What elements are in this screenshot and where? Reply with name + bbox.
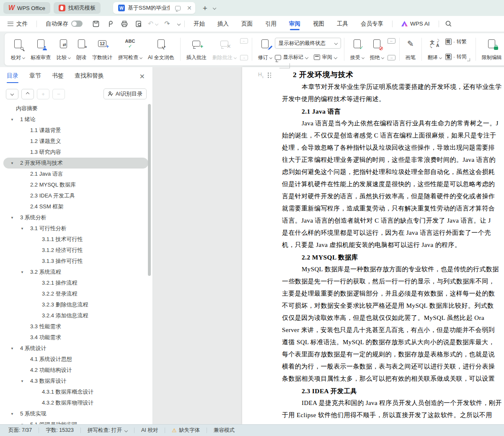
toc-item[interactable]: ▼ 2.3 IDEA 开发工具 — [3, 190, 148, 201]
missing-font-indicator[interactable]: ⚠缺失字体 — [165, 427, 207, 434]
toc-item[interactable]: ▼ 5.1 管理员功能实现 — [3, 419, 148, 424]
track-changes-button[interactable]: 修订 — [255, 35, 275, 63]
file-menu[interactable]: 文件 — [5, 16, 30, 31]
toc-arrow-icon[interactable]: ▼ — [21, 379, 24, 383]
toc-arrow-icon[interactable]: ▼ — [21, 270, 24, 274]
standard-review-button[interactable]: 标准审查 — [28, 35, 54, 63]
toc-item[interactable]: ▼ 1.3 研究内容 — [3, 147, 148, 158]
toc-item[interactable]: ▼ 3.2.2 登录流程 — [3, 288, 148, 299]
ai-proofread-indicator[interactable]: AI 校对 — [134, 427, 165, 434]
toc-item[interactable]: ▼ 2.2 MYSQL 数据库 — [3, 179, 148, 190]
redo-button[interactable]: ↷ — [160, 20, 174, 28]
toc-item[interactable]: ▼ 3.2.4 添加信息流程 — [3, 310, 148, 321]
ai-polish-button[interactable]: /⋆ AI 全文润色 — [145, 35, 177, 63]
toc-item[interactable]: ▼ 3 系统分析 — [3, 212, 148, 223]
toc-item[interactable]: ▼ 2.4 SSM 框架 — [3, 201, 148, 212]
tab-document[interactable]: W 基于SSM的毕业生学历证明系 ✕ — [113, 2, 195, 14]
group-expand-icon[interactable] — [467, 58, 470, 61]
toc-item[interactable]: ▼ 1.2 课题意义 — [3, 136, 148, 147]
sidebar-scrollbar-thumb[interactable] — [148, 104, 151, 276]
export-pdf-button[interactable] — [103, 20, 117, 28]
toc-item[interactable]: ▼ 2 开发环境与技术 — [3, 158, 148, 169]
to-simplified-button[interactable]: 繁→ 转简 — [445, 53, 467, 60]
wps-ai-button[interactable]: WPS AI — [399, 16, 432, 31]
heading-handle[interactable]: H1 — [258, 72, 271, 79]
translate-button[interactable]: 文⤸A⤹ 翻译 — [425, 35, 445, 63]
word-count-indicator[interactable]: 字数: 15323 — [39, 427, 80, 434]
toc-item[interactable]: ▼ 2.1 Java 语言 — [3, 169, 148, 179]
undo-chevron-icon[interactable] — [155, 22, 158, 25]
chat-bubble-icon[interactable] — [175, 6, 181, 10]
toc-arrow-icon[interactable]: ▼ — [21, 227, 24, 231]
close-tab-icon[interactable]: ✕ — [187, 5, 192, 11]
menu-item-view[interactable]: 视图 — [310, 16, 327, 31]
drag-handle-icon[interactable] — [268, 73, 271, 78]
print-button[interactable] — [117, 20, 132, 28]
restrict-editing-button[interactable]: 限制编辑 — [479, 35, 504, 63]
toc-item[interactable]: ▼ 3.1.2 经济可行性 — [3, 245, 148, 256]
spell-check-indicator[interactable]: 拼写检查: 打开 — [81, 427, 134, 434]
tab-find-replace[interactable]: 查找和替换 — [75, 72, 104, 80]
pen-button[interactable]: ✎ 画笔 — [403, 35, 419, 63]
ai-recognize-toc-button[interactable]: AI识别目录 — [103, 88, 147, 99]
expand-button[interactable]: + — [37, 89, 49, 99]
menu-item-membership[interactable]: 会员专享 — [358, 16, 386, 31]
document-page[interactable]: H1 2 开发环境与技术本章节对开发毕业生学历证明系统需要搭建的开发环境，还有毕… — [242, 67, 504, 424]
next-comment-icon[interactable]: → — [240, 55, 248, 60]
next-heading-button[interactable] — [6, 89, 18, 99]
tab-bookmarks[interactable]: 书签 — [52, 72, 64, 80]
toc-item[interactable]: ▼ 内容摘要 — [3, 103, 148, 114]
tab-list-chevron-icon[interactable] — [213, 6, 216, 10]
close-sidebar-icon[interactable]: ✕ — [140, 73, 145, 80]
toc-arrow-icon[interactable]: ▼ — [10, 161, 14, 165]
tab-docer-templates[interactable]: 找稻壳模板 — [54, 2, 101, 14]
toc-item[interactable]: ▼ 3.3 性能需求 — [3, 321, 148, 332]
toc-item[interactable]: ▼ 1.1 课题背景 — [3, 125, 148, 136]
word-count-button[interactable]: 12+ 字数统计 — [89, 35, 115, 63]
toc-item[interactable]: ▼ 3.2 系统流程 — [3, 267, 148, 278]
menu-item-review[interactable]: 审阅 — [287, 16, 303, 31]
toc-item[interactable]: ▼ 3.1 可行性分析 — [3, 223, 148, 234]
toc-item[interactable]: ▼ 3.4 功能需求 — [3, 332, 148, 343]
compare-button[interactable]: ⇄ 比较 — [54, 35, 73, 63]
quickbar-chevron-icon[interactable] — [177, 22, 181, 25]
spell-check-button[interactable]: ABC✓ 拼写检查 — [115, 35, 145, 63]
toc-item[interactable]: ▼ 4.2 功能结构设计 — [3, 365, 148, 376]
undo-button[interactable]: ↶ — [146, 20, 160, 28]
compat-mode-indicator[interactable]: 兼容模式 — [207, 427, 241, 434]
toc-item[interactable]: ▼ 4 系统设计 — [3, 343, 148, 354]
proofread-button[interactable]: 校对 — [8, 35, 28, 63]
toc-arrow-icon[interactable]: ▼ — [10, 412, 14, 416]
menu-item-page[interactable]: 页面 — [239, 16, 255, 31]
tab-wps-office[interactable]: W WPS Office — [3, 2, 50, 14]
toc-item[interactable]: ▼ 1 绪论 — [3, 114, 148, 125]
menu-item-insert[interactable]: 插入 — [215, 16, 231, 31]
review-pane-button[interactable]: 审阅 — [314, 54, 337, 61]
print-preview-button[interactable] — [132, 20, 146, 28]
toc-item[interactable]: ▼ 3.1.3 操作可行性 — [3, 256, 148, 267]
show-markup-button[interactable]: 显示标记 — [275, 54, 308, 61]
new-tab-button[interactable]: + — [203, 4, 207, 12]
toc-item[interactable]: ▼ 4.1 系统设计思想 — [3, 354, 148, 365]
page-indicator[interactable]: 页面: 7/37 — [8, 427, 39, 434]
toc-item[interactable]: ▼ 4.3.2 数据库物理设计 — [3, 397, 148, 408]
toc-item[interactable]: ▼ 3.1.1 技术可行性 — [3, 234, 148, 245]
toc-item[interactable]: ▼ 5 系统实现 — [3, 408, 148, 419]
save-button[interactable] — [89, 20, 103, 28]
delete-comment-button[interactable]: ✕ 删除批注 — [209, 35, 239, 63]
menu-item-reference[interactable]: 引用 — [263, 16, 279, 31]
toc-item[interactable]: ▼ 4.3 数据库设计 — [3, 376, 148, 387]
insert-comment-button[interactable]: + 插入批注 — [184, 35, 209, 63]
toc-item[interactable]: ▼ 3.2.3 删除信息流程 — [3, 299, 148, 310]
previous-change-icon[interactable]: ← — [388, 38, 395, 44]
reject-button[interactable]: 拒绝 — [367, 35, 387, 63]
menu-item-tools[interactable]: 工具 — [334, 16, 351, 31]
read-aloud-button[interactable]: » 朗读 — [73, 35, 89, 63]
document-text[interactable]: 2 开发环境与技术本章节对开发毕业生学历证明系统需要搭建的开发环境，还有毕业生学… — [282, 69, 504, 421]
autosave-control[interactable]: 自动保存 — [43, 16, 85, 31]
menu-item-home[interactable]: 开始 — [191, 16, 207, 31]
collapse-button[interactable]: − — [52, 89, 65, 99]
toc-arrow-icon[interactable]: ▼ — [10, 216, 14, 220]
autosave-toggle[interactable] — [71, 21, 83, 27]
previous-heading-button[interactable] — [21, 89, 34, 99]
